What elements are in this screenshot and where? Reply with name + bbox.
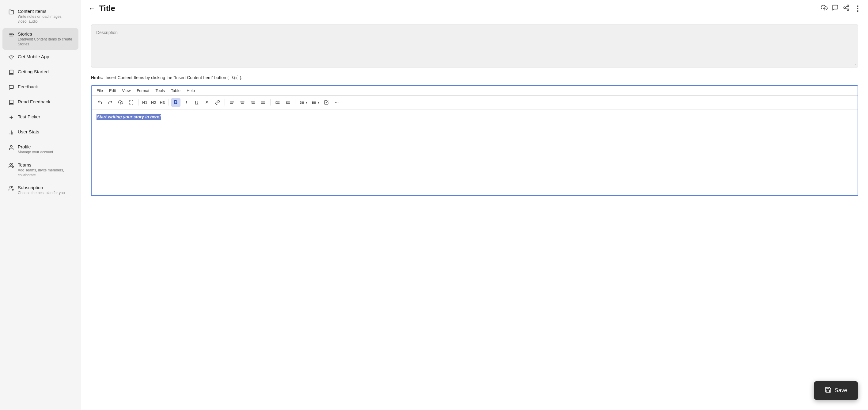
svg-line-18 bbox=[845, 6, 847, 7]
upload-icon[interactable] bbox=[821, 4, 828, 12]
redo-button[interactable] bbox=[106, 98, 115, 107]
sidebar-text-teams: TeamsAdd Teams, invite members, collabor… bbox=[18, 162, 72, 178]
save-icon bbox=[825, 386, 832, 395]
align-justify-button[interactable] bbox=[258, 98, 268, 107]
unordered-list-chevron: ▾ bbox=[318, 101, 319, 104]
ordered-list-chevron: ▾ bbox=[306, 101, 307, 104]
indent-increase-button[interactable] bbox=[283, 98, 292, 107]
sidebar-text-content-items: Content ItemsWrite notes or load images,… bbox=[18, 8, 72, 24]
description-box[interactable]: Description ⌟ bbox=[91, 25, 858, 67]
h1-button[interactable]: H1 bbox=[141, 100, 149, 106]
sidebar-label-teams: Teams bbox=[18, 162, 72, 168]
sidebar-item-stories[interactable]: StoriesLoad/edit Content Items to create… bbox=[2, 28, 79, 50]
sidebar-item-get-mobile-app[interactable]: Get Mobile App bbox=[2, 51, 79, 65]
sidebar-icon-subscription bbox=[8, 185, 14, 193]
align-left-button[interactable] bbox=[227, 98, 237, 107]
sidebar-text-profile: ProfileManage your account bbox=[18, 144, 53, 155]
sidebar-item-getting-started[interactable]: Getting Started bbox=[2, 66, 79, 80]
sidebar-item-read-feedback[interactable]: Read Feedback bbox=[2, 96, 79, 110]
sidebar-item-content-items[interactable]: Content ItemsWrite notes or load images,… bbox=[2, 5, 79, 27]
sidebar-text-test-picker: Test Picker bbox=[18, 114, 40, 119]
header-actions: ⋮ bbox=[821, 4, 861, 13]
svg-point-10 bbox=[10, 146, 12, 147]
sidebar-sublabel-stories: Load/edit Content Items to create Storie… bbox=[18, 37, 72, 47]
align-center-button[interactable] bbox=[238, 98, 247, 107]
sidebar: Content ItemsWrite notes or load images,… bbox=[0, 0, 81, 410]
sidebar-item-user-stats[interactable]: User Stats bbox=[2, 126, 79, 140]
menu-file[interactable]: File bbox=[96, 88, 103, 93]
sidebar-sublabel-teams: Add Teams, invite members, collaborate bbox=[18, 168, 72, 178]
toolbar-divider-2 bbox=[168, 99, 169, 106]
sidebar-icon-content-items bbox=[8, 9, 14, 16]
ordered-list-button[interactable] bbox=[299, 98, 305, 107]
underline-button[interactable]: U bbox=[192, 98, 201, 107]
editor-selected-text[interactable]: Start writing your story in here! bbox=[96, 114, 161, 120]
hints-text: Insert Content Items by clicking the "In… bbox=[104, 75, 229, 80]
h2-button[interactable]: H2 bbox=[150, 100, 157, 106]
ordered-list-dropdown[interactable]: ▾ bbox=[298, 97, 309, 107]
checklist-button[interactable] bbox=[322, 98, 331, 107]
hints-text-end: ). bbox=[240, 75, 243, 80]
share-icon[interactable] bbox=[843, 4, 849, 12]
editor-body[interactable]: Start writing your story in here! bbox=[92, 110, 858, 195]
menu-format[interactable]: Format bbox=[137, 88, 149, 93]
sidebar-text-subscription: SubscriptionChoose the best plan for you bbox=[18, 185, 65, 196]
more-icon[interactable]: ⋮ bbox=[854, 4, 861, 13]
content-area: Description ⌟ Hints: Insert Content Item… bbox=[81, 17, 868, 410]
page-title: Title bbox=[99, 4, 817, 13]
back-button[interactable]: ← bbox=[89, 5, 95, 12]
hints-label: Hints: bbox=[91, 75, 103, 80]
fullscreen-button[interactable] bbox=[127, 98, 136, 107]
hints-bar: Hints: Insert Content Items by clicking … bbox=[91, 75, 858, 80]
sidebar-text-get-mobile-app: Get Mobile App bbox=[18, 54, 49, 59]
link-button[interactable] bbox=[213, 98, 222, 107]
toolbar-divider-4 bbox=[270, 99, 271, 106]
sidebar-label-getting-started: Getting Started bbox=[18, 69, 49, 74]
sidebar-item-teams[interactable]: TeamsAdd Teams, invite members, collabor… bbox=[2, 159, 79, 181]
sidebar-text-user-stats: User Stats bbox=[18, 129, 39, 134]
sidebar-item-feedback[interactable]: Feedback bbox=[2, 81, 79, 95]
unordered-list-dropdown[interactable]: ▾ bbox=[310, 97, 320, 107]
upload-content-button[interactable] bbox=[116, 98, 125, 107]
undo-button[interactable] bbox=[95, 98, 104, 107]
sidebar-icon-teams bbox=[8, 163, 14, 170]
hints-upload-icon bbox=[231, 75, 238, 80]
sidebar-sublabel-content-items: Write notes or load images, video, audio bbox=[18, 14, 72, 24]
bold-button[interactable]: B bbox=[171, 98, 181, 107]
indent-decrease-button[interactable] bbox=[273, 98, 282, 107]
page-header: ← Title bbox=[81, 0, 868, 17]
menu-view[interactable]: View bbox=[122, 88, 130, 93]
save-label: Save bbox=[835, 387, 847, 394]
align-right-button[interactable] bbox=[248, 98, 257, 107]
sidebar-item-test-picker[interactable]: Test Picker bbox=[2, 111, 79, 125]
editor-container[interactable]: File Edit View Format Tools Table Help bbox=[91, 85, 858, 196]
svg-line-17 bbox=[845, 8, 847, 9]
resize-handle[interactable]: ⌟ bbox=[854, 61, 856, 66]
italic-button[interactable]: I bbox=[182, 98, 191, 107]
sidebar-label-feedback: Feedback bbox=[18, 84, 38, 89]
sidebar-icon-profile bbox=[8, 145, 14, 152]
strikethrough-button[interactable]: S bbox=[203, 98, 212, 107]
toolbar-divider-1 bbox=[138, 99, 138, 106]
svg-point-3 bbox=[12, 34, 14, 36]
toolbar-divider-5 bbox=[295, 99, 296, 106]
editor-toolbar: H1 H2 H3 B I U S bbox=[92, 96, 858, 110]
sidebar-item-profile[interactable]: ProfileManage your account bbox=[2, 141, 79, 158]
sidebar-icon-stories bbox=[8, 32, 14, 39]
sidebar-sublabel-profile: Manage your account bbox=[18, 150, 53, 155]
sidebar-text-stories: StoriesLoad/edit Content Items to create… bbox=[18, 31, 72, 47]
menu-table[interactable]: Table bbox=[171, 88, 181, 93]
sidebar-text-getting-started: Getting Started bbox=[18, 69, 49, 74]
menu-tools[interactable]: Tools bbox=[155, 88, 164, 93]
menu-edit[interactable]: Edit bbox=[109, 88, 116, 93]
comment-icon[interactable] bbox=[832, 4, 839, 12]
menu-help[interactable]: Help bbox=[187, 88, 195, 93]
save-button[interactable]: Save bbox=[814, 381, 858, 400]
unordered-list-button[interactable] bbox=[311, 98, 317, 107]
h3-button[interactable]: H3 bbox=[158, 100, 166, 106]
svg-point-12 bbox=[10, 186, 12, 188]
sidebar-item-subscription[interactable]: SubscriptionChoose the best plan for you bbox=[2, 182, 79, 199]
sidebar-icon-get-mobile-app bbox=[8, 55, 14, 62]
svg-point-11 bbox=[10, 164, 12, 165]
more-toolbar-button[interactable]: ··· bbox=[332, 98, 341, 107]
